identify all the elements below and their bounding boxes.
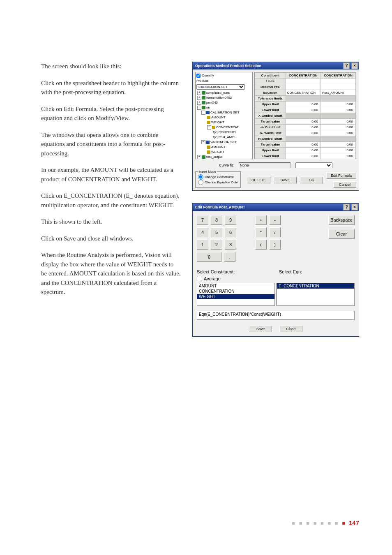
- tree-item[interactable]: f(x) Post_AMOI: [213, 135, 235, 139]
- select-constituent-label: Select Constituent:: [197, 269, 279, 274]
- close-button[interactable]: Close: [279, 326, 302, 332]
- key-0[interactable]: 0: [197, 252, 221, 262]
- para-6: Click on E_CONCENTRATION (E_ denotes equ…: [41, 191, 181, 210]
- grid-cell[interactable]: 0.00: [321, 119, 355, 125]
- para-7: This is shown to the left.: [41, 217, 181, 227]
- grid-cell[interactable]: 0.00: [286, 125, 321, 130]
- grid-cell[interactable]: 0.00: [286, 148, 321, 153]
- formula-field[interactable]: Eqn(E_CONCENTRATION)*Const(WEIGHT): [197, 311, 355, 320]
- grid-row-header: Decimal Pts.: [255, 84, 286, 90]
- grid-row-header: Target value: [255, 142, 286, 148]
- key-6[interactable]: 6: [225, 227, 236, 237]
- grid-row-header: +/- Cntrl limit: [255, 125, 286, 130]
- tree-item[interactable]: completed_runs: [206, 91, 230, 95]
- key-divide[interactable]: /: [269, 227, 281, 237]
- key-dot[interactable]: .: [224, 252, 235, 262]
- grid-section: Tolerance limits: [255, 96, 286, 102]
- save-button[interactable]: Save: [249, 326, 272, 332]
- change-equation-radio[interactable]: [198, 180, 203, 185]
- key-8[interactable]: 8: [211, 215, 222, 225]
- list-item-selected[interactable]: WEIGHT: [197, 294, 274, 299]
- grid-cell[interactable]: 0.00: [321, 153, 355, 159]
- grid-cell[interactable]: 0.00: [286, 130, 321, 136]
- tree-item[interactable]: WEIGHT: [211, 150, 224, 154]
- key-7[interactable]: 7: [197, 215, 208, 225]
- grid-header-col2[interactable]: CONCENTRATION: [321, 73, 355, 79]
- para-2: Click on the spreadsheet header to highl…: [41, 79, 181, 97]
- window-titlebar[interactable]: Operations Method Product Selection ? ×: [193, 62, 359, 69]
- tree-item[interactable]: test_output: [206, 155, 223, 159]
- equation-listbox[interactable]: E_CONCENTRATION: [277, 283, 355, 306]
- calibration-set-select[interactable]: CALIBRATION SET: [196, 84, 245, 90]
- grid-cell[interactable]: 0.00: [321, 148, 355, 153]
- key-9[interactable]: 9: [225, 215, 236, 225]
- insert-mode-legend: Insert Mode: [198, 170, 217, 173]
- tree-item[interactable]: fermentation0402: [206, 96, 232, 99]
- grid-cell[interactable]: 0.00: [286, 142, 321, 148]
- tree-item[interactable]: CALIBRATION SET: [210, 111, 240, 114]
- list-item[interactable]: AMOUNT: [197, 283, 274, 289]
- tree-item[interactable]: f(x) CONCENTI: [213, 130, 236, 134]
- list-item-selected[interactable]: E_CONCENTRATION: [277, 283, 354, 289]
- grid-cell[interactable]: 0.00: [321, 102, 355, 107]
- key-2[interactable]: 2: [211, 240, 222, 250]
- help-icon[interactable]: ?: [343, 62, 350, 69]
- tree-item[interactable]: CONCENTRAT: [216, 125, 239, 129]
- change-constituent-radio[interactable]: [198, 174, 203, 180]
- insert-mode-group: Insert Mode Change Constituent Change Eq…: [195, 170, 241, 188]
- grid-cell[interactable]: 0.00: [321, 107, 355, 113]
- key-rparen[interactable]: ): [269, 240, 281, 250]
- window-titlebar[interactable]: Edit Formula Post_AMOUNT ? ×: [193, 204, 359, 211]
- edit-formula-window: Edit Formula Post_AMOUNT ? × 789 456 123…: [192, 203, 359, 337]
- grid-cell[interactable]: 0.00: [286, 159, 321, 160]
- tree-item[interactable]: AMOUNT: [211, 116, 226, 119]
- backspace-button[interactable]: Backspace: [328, 215, 355, 225]
- grid-cell[interactable]: 0.00: [321, 159, 355, 160]
- grid-cell[interactable]: CONCENTRATION: [286, 90, 321, 96]
- clear-button[interactable]: Clear: [328, 229, 355, 239]
- tree-item[interactable]: junk545: [206, 101, 218, 104]
- list-item[interactable]: CONCENTRATION: [197, 289, 274, 294]
- grid-cell[interactable]: Post_AMOUNT: [321, 90, 355, 96]
- ok-button[interactable]: OK: [300, 177, 323, 183]
- help-icon[interactable]: ?: [343, 204, 350, 210]
- key-3[interactable]: 3: [225, 240, 236, 250]
- cancel-button[interactable]: Cancel: [333, 181, 356, 188]
- close-icon[interactable]: ×: [351, 62, 358, 69]
- para-3: Click on Edit Formula. Select the post-p…: [41, 104, 181, 123]
- grid-cell[interactable]: 0.00: [286, 107, 321, 113]
- key-4[interactable]: 4: [197, 227, 208, 237]
- edit-formula-button[interactable]: Edit Formula: [326, 172, 356, 179]
- tree-item[interactable]: nn: [206, 106, 210, 109]
- key-multiply[interactable]: *: [255, 227, 267, 237]
- grid-header-constituent[interactable]: Constituent: [255, 73, 286, 79]
- grid-cell[interactable]: 0.00: [286, 119, 321, 125]
- constituent-listbox[interactable]: AMOUNT CONCENTRATION WEIGHT: [197, 283, 275, 306]
- key-1[interactable]: 1: [197, 240, 208, 250]
- save-button[interactable]: SAVE: [274, 177, 297, 183]
- constituent-grid[interactable]: ConstituentCONCENTRATIONCONCENTRATION Un…: [254, 72, 356, 159]
- grid-cell[interactable]: 0.00: [321, 125, 355, 130]
- grid-row-header: Y-axis max: [255, 159, 286, 160]
- key-5[interactable]: 5: [211, 227, 222, 237]
- delete-button[interactable]: DELETE: [247, 177, 270, 183]
- quantify-checkbox[interactable]: [196, 74, 201, 78]
- grid-cell[interactable]: 0.00: [321, 142, 355, 148]
- tree-item[interactable]: WEIGHT: [211, 120, 224, 124]
- close-icon[interactable]: ×: [351, 204, 358, 210]
- grid-cell[interactable]: 0.00: [321, 130, 355, 136]
- key-lparen[interactable]: (: [255, 240, 267, 250]
- grid-section: X-Control chart: [255, 113, 286, 119]
- curvefit-select[interactable]: [295, 162, 332, 168]
- key-plus[interactable]: +: [255, 215, 267, 225]
- grid-cell[interactable]: 0.00: [286, 102, 321, 107]
- average-label: Average: [204, 276, 221, 281]
- key-minus[interactable]: -: [269, 215, 281, 225]
- tree-item[interactable]: VALIDATION SET: [210, 140, 237, 144]
- grid-header-col1[interactable]: CONCENTRATION: [286, 73, 321, 79]
- grid-cell[interactable]: 0.00: [286, 153, 321, 159]
- para-8: Click on Save and close all windows.: [41, 234, 181, 243]
- grid-row-header: Lower limit: [255, 153, 286, 159]
- average-checkbox[interactable]: [197, 276, 202, 281]
- tree-item[interactable]: AMOUNT: [211, 145, 226, 149]
